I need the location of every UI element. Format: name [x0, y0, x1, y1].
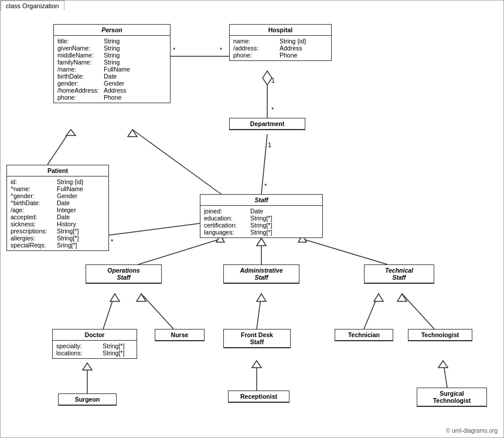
class-patient-name: Patient	[7, 165, 108, 176]
class-hospital: Hospital name:String {id} /address:Addre…	[229, 24, 332, 61]
class-receptionist-name: Receptionist	[229, 391, 289, 402]
class-nurse: Nurse	[155, 329, 205, 341]
class-receptionist: Receptionist	[228, 391, 290, 403]
svg-marker-27	[257, 294, 266, 301]
class-doctor-name: Doctor	[53, 330, 137, 341]
svg-line-28	[364, 294, 379, 329]
class-surgeon-name: Surgeon	[59, 394, 116, 405]
svg-text:*: *	[271, 106, 274, 113]
class-staff-name: Staff	[200, 195, 322, 206]
class-front-desk-staff-name: Front DeskStaff	[224, 330, 290, 348]
svg-text:1: 1	[271, 77, 275, 84]
class-staff-body: joined:Date education:String[*] certific…	[200, 206, 322, 237]
svg-marker-13	[128, 130, 137, 137]
svg-marker-35	[252, 361, 261, 368]
class-person-body: title:String givenName:String middleName…	[54, 36, 170, 103]
svg-marker-4	[263, 71, 272, 85]
class-surgeon: Surgeon	[58, 393, 117, 406]
class-person-name: Person	[54, 25, 170, 36]
svg-marker-25	[137, 294, 146, 301]
class-administrative-staff: AdministrativeStaff	[223, 264, 299, 284]
svg-marker-33	[83, 363, 92, 370]
copyright-text: © uml-diagrams.org	[446, 427, 498, 434]
class-patient: Patient id:String {id} ^name:FullName ^g…	[6, 165, 109, 251]
svg-line-7	[261, 134, 267, 194]
svg-line-30	[402, 294, 434, 329]
svg-marker-37	[438, 361, 448, 368]
svg-text:*: *	[264, 182, 267, 189]
svg-marker-23	[110, 294, 120, 301]
svg-marker-19	[257, 238, 266, 246]
svg-text:*: *	[220, 46, 223, 53]
svg-line-24	[141, 294, 173, 329]
svg-marker-31	[397, 294, 407, 301]
class-administrative-staff-name: AdministrativeStaff	[224, 265, 299, 283]
class-technologist: Technologist	[408, 329, 472, 341]
class-technician: Technician	[335, 329, 393, 341]
svg-line-20	[299, 238, 387, 264]
svg-line-26	[257, 294, 261, 329]
class-surgical-technologist: SurgicalTechnologist	[417, 388, 487, 407]
class-operations-staff-name: OperationsStaff	[86, 265, 161, 283]
diagram-title: class Organization	[1, 1, 64, 11]
class-technical-staff: TechnicalStaff	[364, 264, 434, 284]
uml-diagram: class Organization * * 1 * 1 * *	[0, 0, 504, 438]
svg-line-36	[443, 361, 447, 388]
class-nurse-name: Nurse	[155, 330, 204, 341]
class-department: Department	[229, 118, 305, 130]
class-technologist-name: Technologist	[408, 330, 472, 341]
svg-line-10	[47, 130, 71, 165]
class-surgical-technologist-name: SurgicalTechnologist	[417, 388, 486, 406]
svg-marker-11	[66, 130, 76, 135]
class-doctor-body: specialty:String[*] locations:String[*]	[53, 341, 137, 358]
class-hospital-name: Hospital	[230, 25, 331, 36]
class-technical-staff-name: TechnicalStaff	[365, 265, 434, 283]
svg-line-14	[109, 223, 200, 235]
class-patient-body: id:String {id} ^name:FullName ^gender:Ge…	[7, 176, 108, 250]
svg-line-22	[103, 294, 115, 329]
svg-text:1: 1	[268, 141, 271, 148]
class-person: Person title:String givenName:String mid…	[53, 24, 171, 103]
class-technician-name: Technician	[335, 330, 393, 341]
svg-marker-29	[374, 294, 383, 301]
svg-text:*: *	[173, 46, 176, 53]
class-doctor: Doctor specialty:String[*] locations:Str…	[52, 329, 137, 359]
class-staff: Staff joined:Date education:String[*] ce…	[200, 194, 323, 238]
class-front-desk-staff: Front DeskStaff	[223, 329, 291, 348]
svg-line-12	[132, 130, 229, 200]
svg-line-16	[138, 238, 223, 264]
svg-text:*: *	[111, 238, 114, 245]
class-operations-staff: OperationsStaff	[86, 264, 162, 284]
class-department-name: Department	[230, 118, 305, 130]
class-hospital-body: name:String {id} /address:Address phone:…	[230, 36, 331, 60]
